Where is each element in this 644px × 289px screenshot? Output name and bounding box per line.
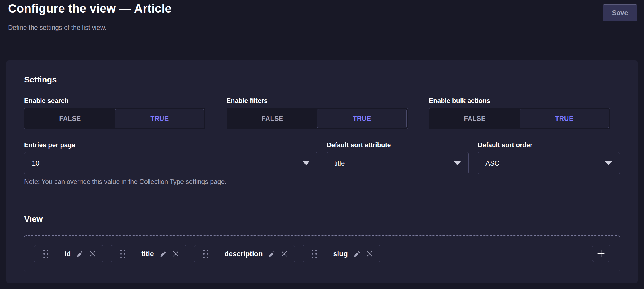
- default-sort-order-select[interactable]: ASC: [478, 152, 620, 174]
- default-sort-attribute-select[interactable]: title: [327, 152, 469, 174]
- edit-field-button[interactable]: [76, 250, 84, 257]
- close-icon: [173, 251, 179, 257]
- save-button[interactable]: Save: [603, 4, 637, 21]
- chevron-down-icon: [454, 161, 461, 165]
- remove-field-button[interactable]: [366, 251, 373, 257]
- default-sort-attribute-field: Default sort attribute title: [327, 141, 469, 186]
- field-pill-slug[interactable]: slug: [303, 245, 380, 262]
- default-sort-attribute-label: Default sort attribute: [327, 141, 469, 149]
- default-sort-attribute-value: title: [334, 159, 345, 167]
- section-divider: [24, 201, 620, 201]
- remove-field-button[interactable]: [89, 251, 96, 257]
- page-subtitle: Define the settings of the list view.: [8, 24, 106, 32]
- enable-filters-false-option[interactable]: FALSE: [228, 109, 317, 128]
- plus-icon: [597, 249, 606, 258]
- close-icon: [366, 251, 373, 257]
- field-pill-label: id: [65, 250, 71, 258]
- field-pill-label: title: [141, 250, 154, 258]
- close-icon: [281, 251, 288, 257]
- field-pill-label: description: [225, 250, 263, 258]
- page-title: Configure the view — Article: [8, 2, 172, 15]
- settings-card: Settings Enable search FALSE TRUE Enable…: [6, 60, 638, 283]
- enable-bulk-actions-false-option[interactable]: FALSE: [430, 109, 520, 128]
- selects-row: Entries per page 10 Note: You can overri…: [24, 141, 620, 186]
- close-icon: [89, 251, 96, 257]
- enable-bulk-actions-field: Enable bulk actions FALSE TRUE: [429, 97, 610, 129]
- enable-filters-label: Enable filters: [227, 97, 408, 105]
- enable-bulk-actions-label: Enable bulk actions: [429, 97, 610, 105]
- view-section-heading: View: [24, 214, 620, 224]
- default-sort-order-value: ASC: [485, 159, 499, 167]
- drag-handle-icon[interactable]: [111, 245, 134, 262]
- enable-search-field: Enable search FALSE TRUE: [24, 97, 205, 129]
- field-pill-title[interactable]: title: [111, 245, 186, 262]
- enable-bulk-actions-true-option[interactable]: TRUE: [520, 109, 609, 128]
- edit-field-button[interactable]: [160, 250, 167, 257]
- enable-search-label: Enable search: [24, 97, 205, 105]
- edit-field-button[interactable]: [354, 250, 361, 257]
- default-sort-order-label: Default sort order: [478, 141, 620, 149]
- entries-per-page-field: Entries per page 10 Note: You can overri…: [24, 141, 317, 186]
- drag-handle-icon[interactable]: [303, 245, 326, 262]
- edit-field-button[interactable]: [268, 250, 275, 257]
- field-pill-label: slug: [333, 250, 348, 258]
- enable-search-false-option[interactable]: FALSE: [25, 109, 115, 128]
- field-pill-description[interactable]: description: [194, 245, 295, 262]
- enable-search-toggle[interactable]: FALSE TRUE: [24, 108, 205, 129]
- add-field-button[interactable]: [592, 245, 610, 262]
- displayed-fields-dropzone: id title: [24, 235, 620, 272]
- enable-search-true-option[interactable]: TRUE: [115, 109, 204, 128]
- remove-field-button[interactable]: [281, 251, 288, 257]
- drag-handle-icon[interactable]: [34, 245, 57, 262]
- chevron-down-icon: [605, 161, 612, 165]
- default-sort-order-field: Default sort order ASC: [478, 141, 620, 186]
- pencil-icon: [268, 250, 275, 257]
- entries-per-page-value: 10: [32, 159, 40, 167]
- entries-per-page-select[interactable]: 10: [24, 152, 317, 174]
- toggle-row: Enable search FALSE TRUE Enable filters …: [24, 97, 620, 129]
- enable-bulk-actions-toggle[interactable]: FALSE TRUE: [429, 108, 610, 129]
- entries-per-page-hint: Note: You can override this value in the…: [24, 178, 317, 186]
- settings-section-heading: Settings: [24, 75, 620, 84]
- pencil-icon: [354, 250, 361, 257]
- entries-per-page-label: Entries per page: [24, 141, 317, 149]
- pencil-icon: [160, 250, 167, 257]
- remove-field-button[interactable]: [173, 251, 179, 257]
- enable-filters-true-option[interactable]: TRUE: [317, 109, 407, 128]
- chevron-down-icon: [302, 161, 310, 165]
- enable-filters-field: Enable filters FALSE TRUE: [227, 97, 408, 129]
- drag-handle-icon[interactable]: [194, 245, 217, 262]
- pencil-icon: [76, 250, 84, 257]
- enable-filters-toggle[interactable]: FALSE TRUE: [227, 108, 408, 129]
- field-pill-id[interactable]: id: [34, 245, 103, 262]
